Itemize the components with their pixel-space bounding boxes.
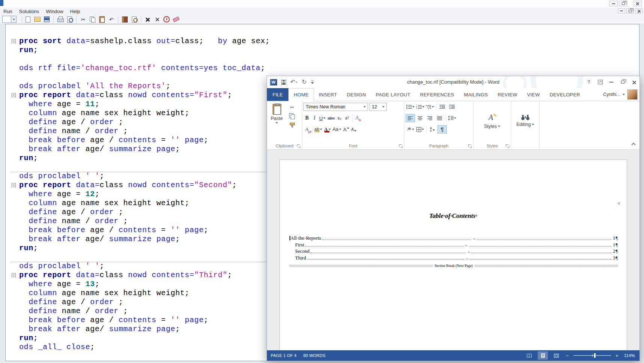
align-right-button[interactable] — [425, 114, 434, 122]
repeat-button[interactable]: ↻ — [302, 79, 306, 85]
zoom-slider[interactable] — [573, 355, 611, 356]
align-center-button[interactable] — [415, 114, 425, 122]
font-dialog-launcher-icon[interactable] — [399, 144, 403, 148]
explorer-icon[interactable] — [130, 16, 139, 23]
save-icon[interactable] — [42, 16, 51, 23]
tab-view[interactable]: VIEW — [522, 88, 545, 101]
change-case-button[interactable]: Aa — [332, 125, 342, 134]
text-effects-button[interactable]: A — [354, 114, 361, 122]
grow-font-button[interactable]: A — [342, 125, 350, 134]
increase-indent-button[interactable] — [447, 103, 457, 111]
numbering-button[interactable]: 123 — [415, 103, 425, 111]
new-icon[interactable] — [24, 16, 32, 23]
restore-button[interactable] — [617, 76, 628, 88]
tab-mailings[interactable]: MAILINGS — [459, 88, 493, 101]
command-combobox[interactable] — [2, 16, 17, 23]
highlight-button[interactable]: ab — [314, 125, 323, 134]
tab-insert[interactable]: INSERT — [314, 88, 342, 101]
break-icon[interactable] — [162, 16, 171, 23]
stop-icon[interactable] — [153, 16, 161, 23]
fold-toggle-icon[interactable] — [12, 93, 16, 97]
collapse-ribbon-button[interactable] — [631, 142, 635, 147]
toc-entry[interactable]: All·the·Reports→1¶ — [280, 235, 627, 242]
paste-button[interactable]: Paste — [268, 102, 285, 140]
print-preview-icon[interactable] — [65, 16, 74, 23]
open-icon[interactable] — [33, 16, 42, 23]
mdi-close-button[interactable] — [635, 8, 642, 14]
sort-button[interactable]: AZ — [428, 125, 437, 134]
multilevel-list-button[interactable] — [425, 103, 434, 111]
read-mode-button[interactable] — [524, 351, 534, 360]
zoom-in-button[interactable]: + — [614, 353, 620, 358]
styles-button[interactable]: A Styles — [474, 102, 511, 140]
strikethrough-button[interactable]: abe — [327, 114, 335, 122]
editing-button[interactable]: Editing — [511, 102, 539, 140]
customize-qat-button[interactable] — [311, 81, 314, 84]
align-left-button[interactable] — [406, 114, 415, 122]
mdi-restore-button[interactable] — [626, 8, 634, 14]
font-name-select[interactable]: Times New Roman — [303, 103, 368, 111]
subscript-button[interactable]: x₂ — [336, 114, 343, 122]
tab-home[interactable]: HOME — [288, 88, 314, 101]
tab-design[interactable]: DESIGN — [342, 88, 371, 101]
decrease-indent-button[interactable] — [437, 103, 447, 111]
borders-button[interactable] — [415, 125, 425, 134]
paste-icon[interactable] — [98, 16, 106, 23]
web-layout-button[interactable] — [551, 351, 561, 360]
mdi-minimize-button[interactable] — [618, 8, 625, 14]
format-painter-button[interactable] — [287, 120, 298, 129]
cut-icon[interactable]: ✂ — [79, 16, 87, 23]
undo-icon[interactable]: ↶ — [107, 16, 116, 23]
clipboard-dialog-launcher-icon[interactable] — [297, 144, 301, 148]
menu-solutions[interactable]: Solutions — [16, 8, 42, 15]
tab-review[interactable]: REVIEW — [493, 88, 522, 101]
underline-button[interactable]: U — [318, 114, 326, 122]
help-button[interactable]: ? — [583, 76, 594, 88]
menu-window[interactable]: Window — [42, 8, 66, 15]
close-button[interactable] — [628, 76, 639, 88]
font-color-button[interactable]: A — [323, 125, 331, 134]
zoom-slider-handle[interactable] — [594, 353, 596, 358]
justify-button[interactable] — [435, 114, 444, 122]
bold-button[interactable]: B — [303, 114, 311, 122]
restore-button[interactable] — [619, 1, 627, 6]
copy-button[interactable] — [287, 112, 298, 120]
tab-developer[interactable]: DEVELOPER — [545, 88, 585, 101]
shrink-font-button[interactable]: A — [350, 125, 357, 134]
print-icon[interactable] — [56, 16, 65, 23]
toc-entry[interactable]: First→1¶ — [280, 242, 627, 248]
library-icon[interactable] — [121, 16, 129, 23]
zoom-out-button[interactable]: − — [565, 353, 570, 358]
clear-icon[interactable] — [172, 16, 180, 23]
cut-button[interactable]: ✂ — [287, 103, 298, 112]
toc-entry[interactable]: Second→2¶ — [280, 248, 627, 255]
close-button[interactable] — [633, 1, 642, 6]
styles-dialog-launcher-icon[interactable] — [505, 144, 510, 148]
clear-formatting-button[interactable]: A — [303, 125, 311, 134]
bullets-button[interactable] — [406, 103, 415, 111]
minimize-button[interactable] — [606, 76, 617, 88]
line-spacing-button[interactable] — [447, 114, 457, 122]
menu-run[interactable]: Run — [0, 8, 16, 15]
paragraph-dialog-launcher-icon[interactable] — [468, 144, 472, 148]
fold-toggle-icon[interactable] — [12, 273, 16, 277]
undo-button[interactable]: ↶ — [290, 79, 297, 85]
page-indicator[interactable]: PAGE 1 OF 4 — [271, 353, 297, 358]
print-layout-button[interactable] — [538, 351, 548, 360]
shading-button[interactable] — [406, 125, 415, 134]
italic-button[interactable]: I — [311, 114, 318, 122]
zoom-level[interactable]: 114% — [623, 353, 635, 358]
superscript-button[interactable]: x² — [344, 114, 351, 122]
tab-page-layout[interactable]: PAGE LAYOUT — [371, 88, 415, 101]
copy-icon[interactable] — [88, 16, 97, 23]
ribbon-display-options-button[interactable] — [594, 76, 606, 88]
font-size-select[interactable]: 12 — [370, 103, 387, 111]
user-account[interactable]: Cynthi... — [603, 88, 639, 101]
save-button[interactable] — [281, 80, 286, 85]
word-count[interactable]: 80 WORDS — [303, 353, 326, 358]
toc-entry[interactable]: Third→3¶ — [280, 255, 627, 261]
fold-toggle-icon[interactable] — [12, 183, 16, 187]
tab-references[interactable]: REFERENCES — [415, 88, 459, 101]
document-page[interactable]: ¤ Table·of·Contents¤ All·the·Reports→1¶F… — [279, 159, 627, 350]
menu-help[interactable]: Help — [67, 8, 84, 15]
